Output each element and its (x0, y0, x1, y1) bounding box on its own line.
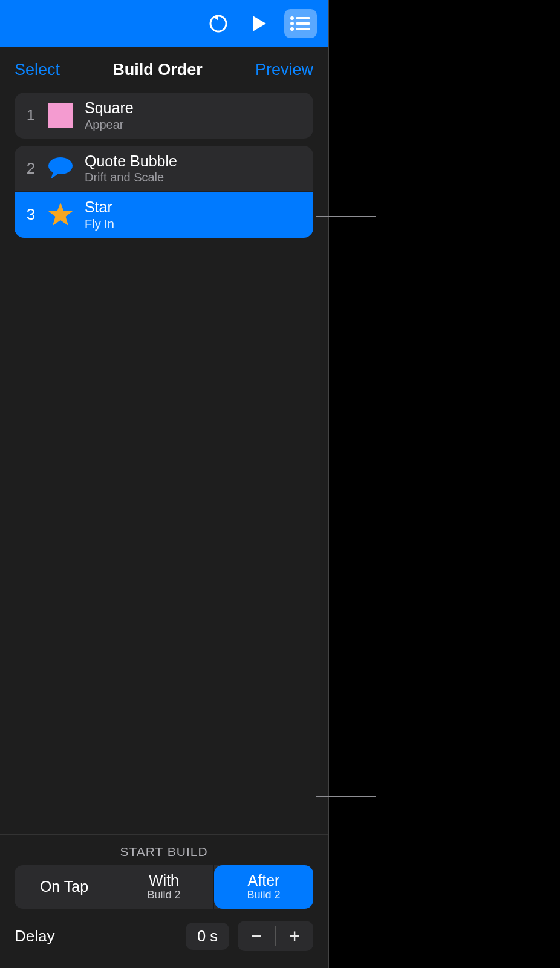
list-view-button[interactable] (284, 9, 317, 38)
select-button[interactable]: Select (15, 60, 60, 79)
callout-line-icon (316, 216, 376, 217)
build-effect: Fly In (85, 217, 114, 231)
build-number: 1 (25, 106, 36, 125)
delay-value[interactable]: 0 s (186, 923, 229, 950)
preview-button[interactable]: Preview (255, 60, 313, 79)
build-group-1: 1 Square Appear (15, 93, 313, 139)
svg-point-7 (48, 157, 73, 174)
segment-label: After (248, 872, 280, 889)
delay-increase-button[interactable]: + (276, 921, 313, 951)
build-order-panel: Select Build Order Preview 1 Square Appe… (0, 0, 329, 968)
svg-point-1 (290, 16, 294, 20)
callout-line-icon (316, 796, 376, 797)
start-build-label: START BUILD (15, 845, 313, 859)
delay-label: Delay (15, 927, 177, 946)
build-title: Square (85, 100, 134, 117)
build-title: Quote Bubble (85, 153, 177, 170)
segment-label: With (149, 872, 179, 889)
build-number: 3 (25, 205, 36, 224)
start-after[interactable]: After Build 2 (214, 865, 313, 909)
svg-rect-4 (296, 22, 310, 25)
star-icon (47, 201, 74, 228)
play-button[interactable] (243, 9, 276, 38)
panel-title: Build Order (112, 60, 203, 79)
build-item-3[interactable]: 3 Star Fly In (15, 192, 313, 238)
delay-stepper: − + (238, 921, 313, 951)
delay-row: Delay 0 s − + (15, 921, 313, 951)
segment-label: On Tap (40, 878, 88, 895)
header-row: Select Build Order Preview (0, 47, 328, 90)
square-icon (47, 102, 74, 129)
segment-sublabel: Build 2 (247, 889, 280, 901)
start-on-tap[interactable]: On Tap (15, 865, 114, 909)
list-icon (290, 16, 311, 31)
undo-button[interactable] (202, 9, 235, 38)
speech-bubble-icon (47, 155, 74, 182)
build-effect: Appear (85, 118, 134, 131)
svg-rect-2 (296, 17, 310, 19)
start-build-segmented: On Tap With Build 2 After Build 2 (15, 865, 313, 909)
play-icon (251, 15, 268, 33)
build-list: 1 Square Appear 2 (0, 90, 328, 238)
svg-rect-6 (296, 28, 310, 30)
bottom-controls: START BUILD On Tap With Build 2 After Bu… (0, 834, 328, 968)
build-group-2: 2 Quote Bubble Drift and Scale 3 (15, 146, 313, 238)
svg-point-5 (290, 27, 294, 31)
segment-sublabel: Build 2 (147, 889, 180, 901)
undo-icon (208, 13, 229, 34)
svg-point-3 (290, 22, 294, 25)
delay-decrease-button[interactable]: − (238, 921, 275, 951)
build-item-2[interactable]: 2 Quote Bubble Drift and Scale (15, 146, 313, 192)
build-title: Star (85, 199, 114, 216)
build-effect: Drift and Scale (85, 171, 177, 184)
start-with[interactable]: With Build 2 (114, 865, 214, 909)
build-number: 2 (25, 159, 36, 178)
build-item-1[interactable]: 1 Square Appear (15, 93, 313, 139)
top-toolbar (0, 0, 328, 47)
